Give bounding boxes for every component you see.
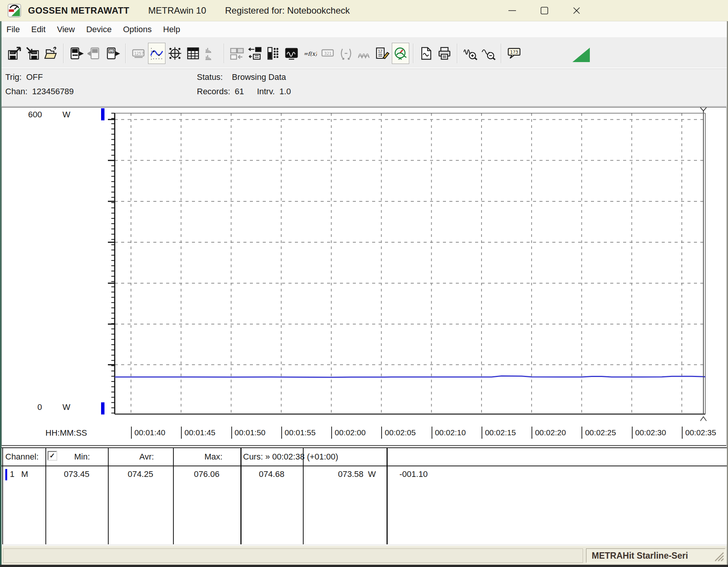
interval-value: 1.0 [279,87,291,96]
x-axis: HH:MM:SS 00:01:4000:01:4500:01:5000:01:5… [2,427,727,442]
toolbar-button-device-read-321[interactable] [68,43,85,64]
toolbar-button-numeric-display: 1257 [130,43,147,64]
toolbar-separator [224,44,224,63]
menu-device[interactable]: Device [81,25,117,34]
toolbar-button-histogram [203,43,220,64]
trig-value: OFF [26,72,43,82]
toolbar-button-zoom-time-out[interactable] [480,43,497,64]
row-delta: -001.10 [399,469,428,479]
menu-options[interactable]: Options [117,25,157,34]
series-line [111,376,712,377]
row-cursor-right: 073.58 [303,469,363,479]
toolbar-button-line-chart[interactable] [148,43,165,64]
channel1-scale-marker-bottom [101,402,104,414]
cursor-bottom-handle-icon[interactable] [700,417,706,421]
x-tick-label: 00:02:00 [331,427,366,439]
measurement-table: Channel: ✓ Min: Avr: Max: Curs: » 00:02:… [0,447,728,544]
x-tick-label: 00:01:40 [131,427,165,439]
resize-grip-icon[interactable] [714,551,724,562]
header-cursor: Curs: » 00:02:38 (+01:00) [243,452,338,462]
svg-text:1257: 1257 [134,51,144,56]
device-name-label: METRAHit Starline-Seri [592,551,688,561]
toolbar-button-data-table[interactable] [184,43,202,64]
bar-meter-icon [266,46,281,61]
table-divider-thick [387,448,388,544]
toolbar-corner-triangle [572,48,590,62]
trigger-status: Trig:OFF [5,72,43,82]
numeric-display-icon: 1257 [131,46,146,61]
toolbar-separator [501,44,502,63]
toolbar-button-xy-chart[interactable] [166,43,184,64]
x-tick-label: 00:02:10 [432,427,466,439]
header-channel: Channel: [5,452,39,462]
row-channel-mode: M [21,469,28,479]
panel-config-icon [230,46,244,61]
toolbar-button-save[interactable] [24,43,41,64]
toolbar-button-notes[interactable]: 12 [374,43,391,64]
table-divider [173,448,174,544]
svg-text:321: 321 [324,51,332,56]
toolbar-button-print[interactable] [436,43,453,64]
menu-edit[interactable]: Edit [25,25,51,34]
toolbar-separator [457,44,458,63]
svg-text:M: M [110,49,113,53]
channel-visibility-checkbox[interactable]: ✓ [48,451,57,460]
toolbar-button-tooltip-123[interactable]: 1?3 [505,43,523,64]
channel1-scale-marker-top [101,108,104,120]
toolbar-button-energy-meter[interactable] [392,43,409,64]
trig-label: Trig: [5,72,22,82]
window-left-edge [0,21,2,565]
toolbar-button-zoom-time-in[interactable] [461,43,479,64]
cursor-y-handle-icon[interactable] [700,107,706,113]
print-preview-icon [419,46,433,61]
x-tick-label: 00:02:25 [581,427,616,439]
y-axis-min-label: 0 [17,402,42,412]
xy-chart-icon [168,46,182,61]
menu-file[interactable]: File [1,25,25,34]
display-321-icon: 321 [321,46,335,61]
toolbar-button-print-preview[interactable] [418,43,435,64]
scope-display-icon [284,46,299,61]
formula-icon: =f(x) [302,46,317,61]
svg-text:=f(x): =f(x) [303,50,317,56]
zoom-time-out-icon [481,46,496,61]
toolbar-button-save-export[interactable] [6,43,23,64]
maximize-button[interactable] [528,0,560,21]
channel-list: Chan:123456789 [5,87,74,97]
toolbar-button-panel-config [228,43,246,64]
tooltip-123-icon: 1?3 [507,46,521,61]
toolbar-separator [413,44,414,63]
channel-setup-icon [248,46,262,61]
toolbar-button-scope-display[interactable] [283,43,300,64]
menu-view[interactable]: View [51,25,80,34]
window-bottom-edge [0,565,728,567]
close-button[interactable] [560,0,592,21]
statusbar: METRAHit Starline-Seri [0,546,728,565]
toolbar-button-channel-setup[interactable] [246,43,264,64]
toolbar-separator [125,44,126,63]
chart-panel[interactable]: 600 W 0 W HH:MM:SS 00:01:4000:01:4500:01… [2,107,726,446]
toolbar-button-bar-meter[interactable] [265,43,282,64]
toolbar-button-formula[interactable]: =f(x) [301,43,318,64]
device-read-321-icon [69,46,84,61]
table-divider [108,448,109,544]
toolbar-button-device-write-321 [86,43,103,64]
minimize-button[interactable] [496,0,528,21]
zoom-time-in-icon [463,46,477,61]
save-icon [25,46,40,61]
x-axis-format-label: HH:MM:SS [45,428,87,438]
app-logo-icon [8,4,21,17]
toolbar-button-device-read-m[interactable]: M [104,43,122,64]
titlebar[interactable]: GOSSEN METRAWATT METRAwin 10 Registered … [0,0,728,21]
toolbar-button-range-brackets [337,43,355,64]
open-icon [44,46,58,61]
x-tick-label: 00:02:05 [381,427,416,439]
line-chart-icon [150,46,164,61]
toolbar-button-open[interactable] [42,43,59,64]
menu-help[interactable]: Help [157,25,186,34]
header-max: Max: [204,452,223,462]
range-brackets-icon [339,46,353,61]
row-avr: 074.25 [108,469,173,479]
chan-label: Chan: [5,87,28,96]
plot-area[interactable] [2,107,727,447]
